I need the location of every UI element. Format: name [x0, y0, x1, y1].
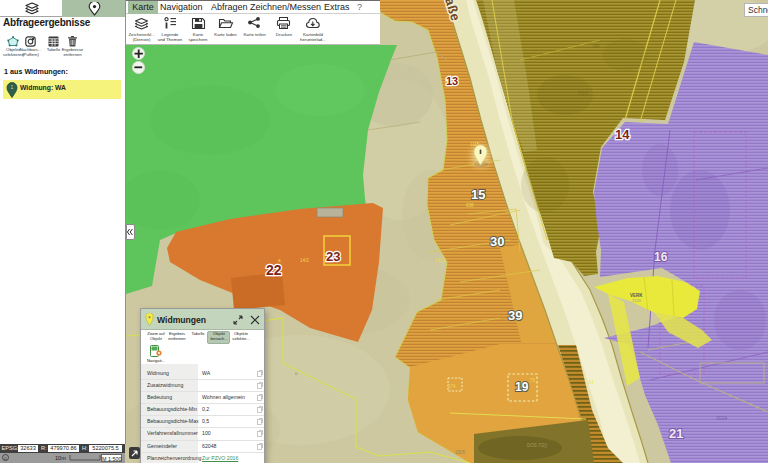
svg-text:30: 30 — [490, 234, 504, 249]
svg-text:1520: 1520 — [632, 298, 642, 303]
svg-text:1423: 1423 — [435, 258, 446, 263]
svg-text:14/2: 14/2 — [300, 258, 309, 263]
svg-text:19: 19 — [515, 380, 529, 394]
svg-text:39: 39 — [508, 308, 522, 323]
svg-text:16: 16 — [654, 250, 668, 264]
svg-text:13: 13 — [446, 75, 458, 87]
svg-text:22: 22 — [266, 262, 282, 278]
svg-text:75: 75 — [530, 378, 536, 383]
svg-text:(Dienste): (Dienste) — [133, 37, 151, 42]
svg-text:14: 14 — [588, 379, 594, 385]
svg-text:Drucken: Drucken — [276, 32, 293, 37]
svg-text:DOS 7/2(): DOS 7/2() — [527, 443, 548, 448]
svg-text:Karte laden: Karte laden — [214, 32, 237, 37]
svg-text:608: 608 — [466, 203, 474, 208]
svg-text:23: 23 — [326, 249, 340, 264]
svg-text:speichern: speichern — [188, 37, 208, 42]
svg-text:1005: 1005 — [455, 450, 466, 455]
svg-text:7/1/2: 7/1/2 — [578, 91, 589, 96]
svg-text:174: 174 — [448, 384, 456, 389]
svg-text:14: 14 — [615, 127, 630, 142]
svg-text:herunterlad...: herunterlad... — [300, 37, 326, 42]
svg-text:21: 21 — [669, 426, 683, 441]
svg-text:740: 740 — [592, 44, 600, 49]
svg-text:2024: 2024 — [716, 415, 727, 421]
svg-text:und Themen: und Themen — [158, 37, 183, 42]
svg-text:Karte teilen: Karte teilen — [243, 32, 266, 37]
svg-text:15: 15 — [471, 187, 485, 202]
